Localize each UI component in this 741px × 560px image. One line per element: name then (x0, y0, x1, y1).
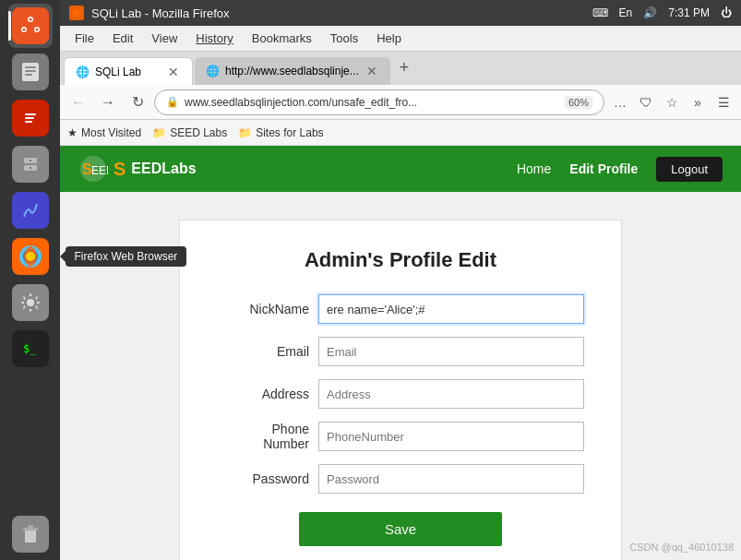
tab-1-icon: 🌐 (76, 66, 90, 78)
back-button[interactable]: ← (66, 89, 91, 115)
tab-1-close[interactable]: ✕ (166, 65, 181, 79)
menu-edit[interactable]: Edit (105, 29, 140, 48)
lang-indicator: En (619, 6, 633, 19)
svg-point-4 (29, 18, 31, 21)
nickname-label: NickName (217, 302, 309, 316)
power-icon: ⏻ (721, 6, 732, 19)
nav-bar: ← → ↻ 🔒 www.seedlabsqlinjection.com/unsa… (60, 85, 741, 120)
nav-actions: … 🛡 ☆ » ☰ (608, 90, 735, 114)
email-input[interactable] (318, 337, 584, 366)
menu-view[interactable]: View (144, 29, 185, 48)
menu-extend-button[interactable]: » (686, 90, 710, 114)
password-row: Password (217, 464, 584, 494)
ubuntu-icon (12, 7, 49, 44)
terminal-icon: $_ (12, 330, 49, 367)
address-input[interactable] (318, 379, 584, 409)
zoom-level: 60% (565, 96, 592, 109)
form-title: Admin's Profile Edit (217, 248, 584, 272)
svg-rect-27 (25, 530, 36, 542)
sidebar-item-wireshark[interactable] (8, 188, 53, 232)
tab-1[interactable]: 🌐 SQLi Lab ✕ (64, 57, 193, 85)
svg-point-18 (30, 160, 31, 161)
bookmark-sites-for-labs[interactable]: 📁 Sites for Labs (238, 126, 323, 139)
title-bar-right: ⌨ En 🔊 7:31 PM ⏻ (592, 6, 732, 19)
firefox-window: SQLi Lab - Mozilla Firefox ⌨ En 🔊 7:31 P… (60, 0, 741, 560)
sidebar-item-trash[interactable] (8, 512, 53, 556)
svg-point-5 (35, 29, 38, 31)
phone-row: PhoneNumber (217, 422, 584, 451)
new-tab-button[interactable]: + (392, 54, 417, 81)
svg-point-24 (27, 299, 34, 306)
bookmark-seed-labs-label: SEED Labs (170, 126, 227, 139)
page-content: S EED S EEDLabs Home Edit Profile Logout… (60, 146, 741, 560)
files-icon (12, 54, 49, 90)
nickname-input[interactable] (318, 294, 584, 324)
url-bar[interactable]: 🔒 www.seedlabsqlinjection.com/unsafe_edi… (154, 89, 604, 115)
more-button[interactable]: … (608, 90, 632, 114)
address-label: Address (217, 387, 309, 401)
tab-1-title: SQLi Lab (95, 66, 161, 78)
title-bar: SQLi Lab - Mozilla Firefox ⌨ En 🔊 7:31 P… (60, 0, 741, 26)
tab-2-close[interactable]: ✕ (365, 64, 379, 78)
svg-rect-28 (23, 528, 38, 530)
svg-point-23 (26, 252, 35, 261)
site-body: Admin's Profile Edit NickName Email Addr… (60, 192, 741, 560)
bookmark-most-visited[interactable]: ★ Most Visited (67, 126, 141, 139)
menu-tools[interactable]: Tools (323, 29, 365, 48)
site-header: S EED S EEDLabs Home Edit Profile Logout (60, 146, 741, 192)
bookmark-seed-labs[interactable]: 📁 SEED Labs (152, 126, 227, 139)
sidebar-item-firefox[interactable]: Firefox Web Browser (8, 234, 53, 279)
sidebar-item-files[interactable] (8, 50, 53, 94)
cabinet-icon (12, 146, 49, 183)
menu-bar: File Edit View History Bookmarks Tools H… (60, 26, 741, 52)
site-nav: Home Edit Profile Logout (517, 157, 723, 182)
sidebar-item-texteditor[interactable] (8, 96, 53, 140)
email-label: Email (217, 344, 309, 359)
sidebar-item-cabinet[interactable] (8, 142, 53, 186)
os-sidebar: Firefox Web Browser $_ (0, 0, 60, 560)
svg-rect-29 (28, 525, 33, 528)
logo-text: EEDLabs (131, 161, 196, 177)
tab-2[interactable]: 🌐 http://www.seedlabsqlinje... ✕ (195, 57, 390, 85)
hamburger-button[interactable]: ☰ (711, 90, 735, 114)
star-button[interactable]: ☆ (660, 90, 684, 114)
nickname-row: NickName (217, 294, 584, 324)
star-icon: ★ (67, 126, 78, 139)
bookmark-sites-for-labs-label: Sites for Labs (256, 126, 323, 139)
menu-file[interactable]: File (67, 29, 102, 48)
svg-rect-10 (25, 74, 32, 76)
password-label: Password (217, 471, 309, 486)
site-logo: S EED S EEDLabs (78, 154, 197, 184)
svg-text:$_: $_ (23, 342, 37, 355)
menu-bookmarks[interactable]: Bookmarks (245, 29, 319, 48)
svg-rect-12 (25, 113, 36, 115)
menu-history[interactable]: History (188, 29, 240, 48)
phone-input[interactable] (318, 422, 584, 451)
password-input[interactable] (318, 464, 584, 494)
reload-button[interactable]: ↻ (125, 89, 150, 115)
logout-button[interactable]: Logout (656, 157, 723, 182)
site-nav-home[interactable]: Home (517, 161, 551, 176)
volume-icon: 🔊 (643, 6, 657, 19)
bookmarks-bar: ★ Most Visited 📁 SEED Labs 📁 Sites for L… (60, 120, 741, 146)
tab-bar: 🌐 SQLi Lab ✕ 🌐 http://www.seedlabsqlinje… (60, 52, 741, 85)
seed-logo-icon: S EED (78, 154, 108, 184)
title-bar-left: SQLi Lab - Mozilla Firefox (69, 6, 592, 20)
svg-point-19 (30, 167, 31, 169)
sidebar-item-terminal[interactable]: $_ (8, 327, 53, 371)
folder-icon-1: 📁 (152, 126, 166, 139)
sidebar-item-ubuntu[interactable] (8, 4, 53, 48)
sidebar-item-settings[interactable] (8, 280, 53, 325)
site-nav-edit-profile[interactable]: Edit Profile (569, 161, 638, 176)
tab-2-icon: 🌐 (206, 65, 220, 77)
folder-icon-2: 📁 (238, 126, 252, 139)
shield-button[interactable]: 🛡 (634, 90, 658, 114)
url-text: www.seedlabsqlinjection.com/unsafe_edit_… (185, 96, 559, 109)
window-title: SQLi Lab - Mozilla Firefox (91, 6, 230, 20)
svg-rect-9 (25, 70, 36, 72)
trash-icon (12, 516, 49, 553)
menu-help[interactable]: Help (369, 29, 409, 48)
save-button[interactable]: Save (299, 512, 502, 546)
forward-button[interactable]: → (95, 89, 121, 115)
keyboard-icon: ⌨ (592, 6, 608, 19)
